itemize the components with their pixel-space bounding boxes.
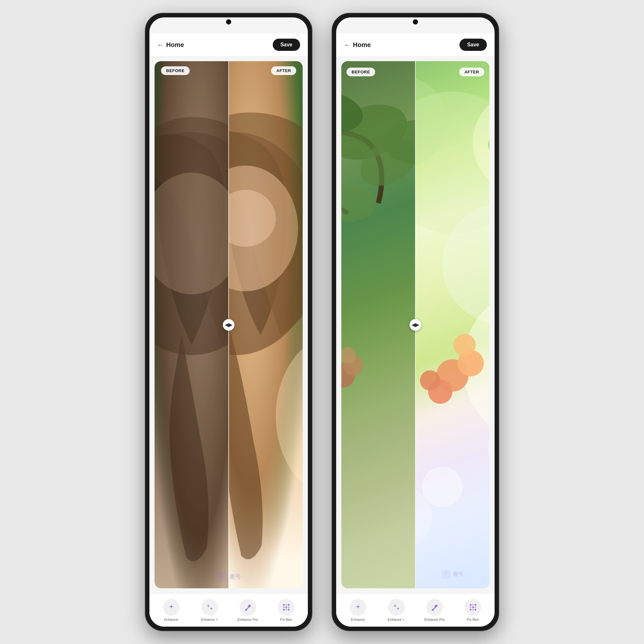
after-label-1: AFTER xyxy=(271,66,296,75)
svg-rect-49 xyxy=(472,604,474,606)
front-camera-1 xyxy=(226,19,231,24)
phone-body-1: ← Home Save BEFORE AFTER xyxy=(145,13,312,631)
after-label-2: AFTER xyxy=(459,68,484,76)
svg-rect-14 xyxy=(288,607,289,608)
watermark-text-1: 趣号 xyxy=(229,573,241,581)
tool-icon-fix-blur-2 xyxy=(465,599,481,616)
portrait-after-1 xyxy=(229,61,303,588)
toolbar-2: Enhance Enhance + xyxy=(336,593,495,627)
tool-enhance-plus-2[interactable]: Enhance + xyxy=(377,599,415,621)
nature-after-2: F 趣号 xyxy=(415,61,489,588)
phone-screen-1: ← Home Save BEFORE AFTER xyxy=(149,17,308,627)
svg-rect-13 xyxy=(285,607,287,608)
svg-rect-48 xyxy=(470,604,471,606)
back-arrow-2[interactable]: ← xyxy=(344,41,350,49)
tool-fix-blur-2[interactable]: Fix Blur xyxy=(454,599,492,621)
comparison-container-1: BEFORE AFTER xyxy=(155,61,303,588)
phone-2: ← Home Save xyxy=(332,13,499,631)
svg-point-5 xyxy=(276,335,303,497)
tool-icon-enhance-plus-2 xyxy=(388,599,405,616)
portrait-before-1 xyxy=(155,61,229,588)
tool-label-enhance-pro-2: Enhance Pro xyxy=(424,618,445,621)
svg-point-8 xyxy=(245,609,247,611)
watermark-1: F 趣号 xyxy=(216,572,241,582)
tool-enhance-pro-2[interactable]: Enhance Pro xyxy=(415,599,454,621)
screen-content-2: ← Home Save xyxy=(336,17,495,627)
tool-enhance-1[interactable]: Enhance xyxy=(152,599,190,621)
tool-enhance-pro-1[interactable]: Enhance Pro xyxy=(229,599,267,621)
before-label-1: BEFORE xyxy=(161,66,190,75)
svg-point-37 xyxy=(422,467,463,507)
image-area-1: BEFORE AFTER xyxy=(149,56,308,593)
tool-label-enhance-2: Enhance xyxy=(351,618,365,621)
save-button-2[interactable]: Save xyxy=(459,39,487,51)
divider-handle-2[interactable]: ◀▶ xyxy=(410,319,421,331)
tool-label-fix-blur-2: Fix Blur xyxy=(467,618,479,621)
tool-icon-enhance-pro-2 xyxy=(426,599,443,616)
svg-rect-56 xyxy=(475,609,476,611)
before-after-labels-2: BEFORE AFTER xyxy=(341,68,489,76)
svg-rect-53 xyxy=(475,607,476,608)
page-title-2: Home xyxy=(353,41,371,49)
svg-rect-54 xyxy=(470,609,471,611)
tool-icon-fix-blur-1 xyxy=(278,599,295,616)
tool-enhance-2[interactable]: Enhance xyxy=(339,599,377,621)
before-label-2: BEFORE xyxy=(346,68,375,76)
header-2: ← Home Save xyxy=(336,33,495,56)
nature-image-2: F 趣号 BEFORE AFTER xyxy=(341,61,489,588)
tool-label-enhance-plus-1: Enhance + xyxy=(201,618,218,621)
watermark-icon-2: F xyxy=(441,570,450,579)
watermark-icon-1: F xyxy=(216,572,227,582)
tool-icon-enhance-2 xyxy=(350,599,366,616)
tool-label-enhance-1: Enhance xyxy=(164,618,178,621)
svg-rect-10 xyxy=(285,604,287,606)
tool-icon-enhance-plus-1 xyxy=(201,599,218,616)
front-camera-2 xyxy=(413,19,418,24)
header-left-2: ← Home xyxy=(344,41,371,49)
svg-rect-9 xyxy=(283,604,285,606)
svg-rect-16 xyxy=(285,609,287,611)
svg-rect-51 xyxy=(470,607,471,608)
tool-fix-blur-1[interactable]: Fix Blur xyxy=(267,599,305,621)
portrait-image-1: ◀▶ F 趣号 xyxy=(155,61,303,588)
divider-handle-1[interactable]: ◀▶ xyxy=(223,319,234,331)
phone-body-2: ← Home Save xyxy=(332,13,499,631)
comparison-container-2: F 趣号 BEFORE AFTER xyxy=(341,61,489,588)
toolbar-1: Enhance Enhance + xyxy=(149,593,308,627)
tool-label-enhance-plus-2: Enhance + xyxy=(388,618,405,621)
svg-point-1 xyxy=(155,173,229,294)
svg-rect-52 xyxy=(472,607,474,608)
phone-1: ← Home Save BEFORE AFTER xyxy=(145,13,312,631)
before-after-labels-1: BEFORE AFTER xyxy=(155,66,303,75)
phone-screen-2: ← Home Save xyxy=(336,17,495,627)
nature-before-2 xyxy=(341,61,415,588)
tool-icon-enhance-1 xyxy=(163,599,180,616)
tool-enhance-plus-1[interactable]: Enhance + xyxy=(190,599,229,621)
header-left-1: ← Home xyxy=(157,41,184,49)
page-title-1: Home xyxy=(166,41,184,49)
svg-rect-55 xyxy=(472,609,474,611)
svg-rect-17 xyxy=(288,609,289,611)
tool-label-fix-blur-1: Fix Blur xyxy=(280,618,292,621)
back-arrow-1[interactable]: ← xyxy=(157,41,164,49)
watermark-text-2: 趣号 xyxy=(453,571,463,578)
svg-point-47 xyxy=(432,609,434,611)
save-button-1[interactable]: Save xyxy=(273,39,300,51)
svg-point-42 xyxy=(453,334,476,356)
svg-rect-15 xyxy=(283,609,285,611)
svg-rect-12 xyxy=(283,607,285,608)
header-1: ← Home Save xyxy=(149,33,308,56)
tool-icon-enhance-pro-1 xyxy=(240,599,256,616)
svg-rect-11 xyxy=(288,604,289,606)
svg-point-22 xyxy=(341,185,376,221)
svg-point-43 xyxy=(420,370,440,391)
screen-content-1: ← Home Save BEFORE AFTER xyxy=(149,17,308,627)
tool-label-enhance-pro-1: Enhance Pro xyxy=(238,618,258,621)
image-area-2: F 趣号 BEFORE AFTER xyxy=(336,56,495,593)
svg-rect-50 xyxy=(475,604,476,606)
